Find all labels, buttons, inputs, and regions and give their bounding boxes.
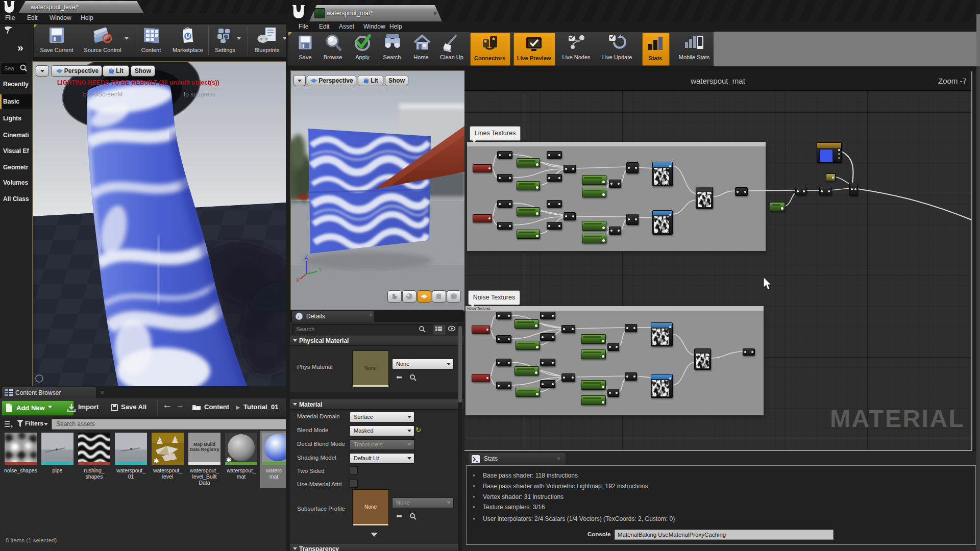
svg-text:i: i [298,313,299,319]
svg-text:✱: ✱ [154,457,159,465]
svg-text:Z: Z [305,254,308,260]
svg-text:Y: Y [318,267,322,273]
svg-text:X: X [296,278,300,283]
